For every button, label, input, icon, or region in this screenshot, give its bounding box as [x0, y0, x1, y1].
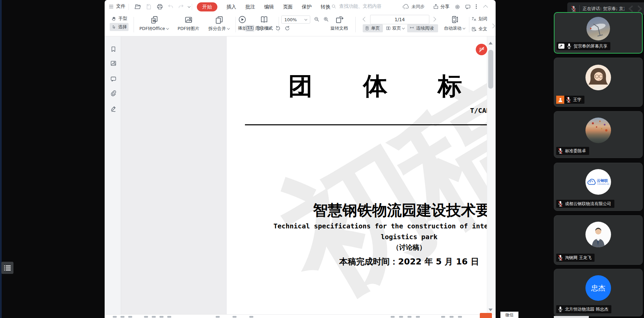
- split-merge-icon: [214, 15, 224, 25]
- tab-page[interactable]: 页面: [283, 4, 293, 10]
- print-icon[interactable]: [156, 3, 164, 10]
- fulltext-translate-button[interactable]: 全文: [471, 26, 487, 32]
- file-menu[interactable]: 文件: [108, 3, 126, 9]
- split-merge-button[interactable]: 拆分合并: [205, 15, 233, 32]
- sync-status[interactable]: 未同步: [402, 3, 425, 10]
- signature-icon[interactable]: [110, 105, 117, 113]
- rotate-doc-button[interactable]: 旋转文档: [327, 15, 351, 31]
- statusbar-icon[interactable]: [249, 316, 253, 318]
- participant-name: 标准委陈卓: [565, 148, 586, 154]
- open-file-icon[interactable]: [134, 3, 141, 10]
- taskbar-app-icon[interactable]: [480, 313, 492, 318]
- pdf-to-image-button[interactable]: PDF转图片: [173, 15, 204, 32]
- participant-tile[interactable]: 王宇: [554, 58, 643, 107]
- statusbar-icon[interactable]: [152, 316, 156, 318]
- select-tool[interactable]: 选择: [110, 23, 129, 31]
- statusbar-icon[interactable]: [416, 316, 420, 318]
- redo-icon[interactable]: [178, 3, 184, 10]
- participant-tile[interactable]: 标准委陈卓: [554, 111, 643, 158]
- participant-tile[interactable]: 忠杰 北方恒达物流园 韩忠杰: [554, 269, 643, 316]
- file-menu-label: 文件: [116, 3, 126, 9]
- actual-size-button[interactable]: 1:1: [245, 25, 254, 32]
- fulltext-translate-label: 全文: [478, 26, 487, 32]
- rotate-ccw-icon[interactable]: [275, 25, 281, 32]
- statusbar-icon[interactable]: [407, 316, 412, 318]
- fit-width-icon[interactable]: [265, 25, 272, 32]
- title-rule: [245, 124, 496, 125]
- fit-page-icon[interactable]: [256, 25, 263, 32]
- ribbon-tabs: 开始插入批注编辑页面保护转换: [197, 2, 330, 11]
- continuous-read-button[interactable]: 连续阅读: [407, 24, 438, 32]
- meeting-forward-icon[interactable]: [635, 4, 644, 13]
- more-menu-icon[interactable]: [476, 4, 477, 9]
- hand-tool[interactable]: 手型: [111, 15, 127, 22]
- mic-muted-icon: [566, 97, 571, 103]
- pdf-to-office-button[interactable]: W PDF转Office: [138, 15, 170, 32]
- statusbar-icon[interactable]: [167, 316, 171, 318]
- share-button[interactable]: 分享: [433, 3, 450, 10]
- meeting-back-icon[interactable]: [627, 4, 635, 13]
- participant-tile[interactable]: 贺宗春的屏幕共享: [554, 12, 643, 54]
- single-page-icon: [364, 26, 370, 31]
- tab-convert[interactable]: 转换: [321, 4, 330, 10]
- zoom-level-select[interactable]: 100%: [281, 15, 310, 24]
- single-page-button[interactable]: 单页: [363, 24, 383, 32]
- cloud-logo-icon: [587, 178, 596, 186]
- mic-on-icon: [567, 43, 572, 50]
- read-mode-button[interactable]: 阅读模式: [252, 15, 277, 31]
- scroll-down-icon[interactable]: [489, 309, 493, 311]
- attachment-icon[interactable]: [110, 90, 117, 97]
- chat-feedback-icon[interactable]: [465, 4, 471, 10]
- auto-scroll-button[interactable]: 自动滚动: [442, 15, 467, 31]
- image-panel-icon[interactable]: [110, 60, 117, 67]
- prev-page-icon[interactable]: [363, 17, 367, 22]
- hand-icon: [111, 16, 117, 22]
- search-box[interactable]: 查找功能、文档内容: [331, 3, 382, 9]
- bookmark-icon[interactable]: [110, 45, 117, 53]
- scroll-up-icon[interactable]: [489, 42, 493, 44]
- tab-comment[interactable]: 批注: [245, 4, 255, 10]
- tab-insert[interactable]: 插入: [226, 4, 236, 10]
- participant-tile[interactable]: 淘钢网 王龙飞: [554, 215, 643, 265]
- document-title-en-line1: Technical specifications for the constru…: [227, 222, 496, 230]
- statusbar-icon[interactable]: [441, 316, 445, 318]
- zoom-out-icon[interactable]: [314, 16, 320, 23]
- single-page-label: 单页: [371, 25, 380, 31]
- toolbar-expand-icon[interactable]: [490, 24, 495, 28]
- page-indicator-box[interactable]: 1/14: [370, 15, 429, 24]
- comment-panel-icon[interactable]: [110, 75, 117, 83]
- next-page-icon[interactable]: [431, 17, 436, 22]
- statusbar-icon[interactable]: [450, 316, 454, 318]
- statusbar-icon[interactable]: [113, 316, 117, 318]
- statusbar-icon[interactable]: [159, 316, 164, 318]
- word-translate-button[interactable]: 划词: [471, 16, 487, 22]
- statusbar-icon[interactable]: [144, 316, 148, 318]
- undo-icon[interactable]: [167, 3, 174, 10]
- edit-restricted-badge[interactable]: [476, 44, 487, 55]
- zoom-level-value: 100%: [284, 17, 297, 22]
- save-icon[interactable]: [145, 3, 152, 10]
- continuous-read-icon: [409, 26, 415, 31]
- collapse-ribbon-icon[interactable]: [483, 5, 488, 10]
- mic-muted-icon: [558, 255, 563, 261]
- tab-edit[interactable]: 编辑: [264, 4, 274, 10]
- tab-home[interactable]: 开始: [197, 2, 217, 11]
- outline-panel-button[interactable]: [1, 262, 13, 274]
- statusbar-icon[interactable]: [128, 316, 132, 318]
- rotate-cw-icon[interactable]: [284, 25, 291, 32]
- quickbar-dropdown-icon[interactable]: [188, 5, 190, 7]
- participant-tile[interactable]: 云钢联 YUNGANGLIAN 成都云钢联物流有限公司: [554, 163, 643, 211]
- statusbar-icon[interactable]: [458, 316, 462, 318]
- tab-protect[interactable]: 保护: [302, 4, 312, 10]
- statusbar-icon[interactable]: [120, 316, 124, 318]
- statusbar-icon[interactable]: [399, 316, 403, 318]
- double-page-label: 双页: [392, 25, 405, 31]
- statusbar-icon[interactable]: [216, 316, 220, 318]
- select-tool-label: 选择: [118, 24, 127, 30]
- statusbar-icon[interactable]: [391, 316, 395, 318]
- avatar: 忠杰: [585, 275, 611, 301]
- scrollbar-thumb[interactable]: [488, 50, 493, 89]
- statusbar-icon[interactable]: [232, 316, 237, 318]
- double-page-button[interactable]: 双页: [384, 24, 406, 32]
- settings-gear-icon[interactable]: [454, 4, 461, 10]
